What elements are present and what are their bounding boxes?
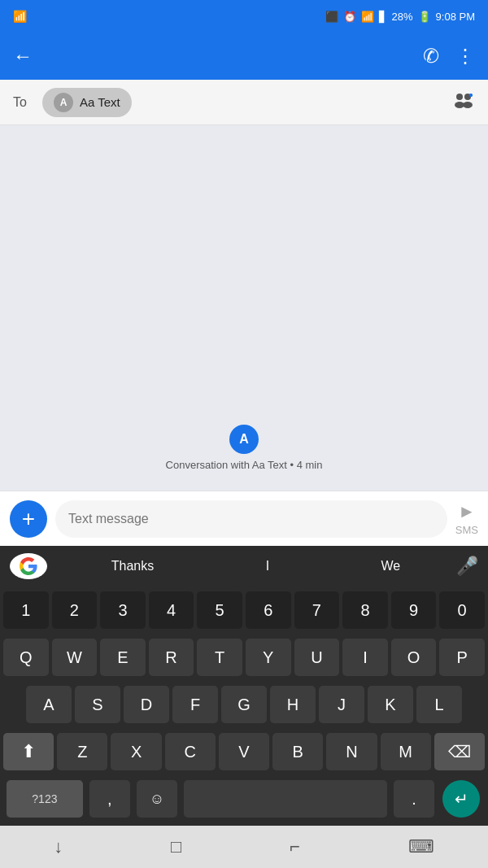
svg-point-0	[456, 94, 463, 100]
key-k[interactable]: K	[368, 686, 413, 723]
key-6[interactable]: 6	[246, 591, 291, 629]
keyboard-qwerty-row: Q W E R T Y U I O P	[0, 634, 488, 681]
conversation-avatar: A	[229, 425, 259, 454]
status-left: 📶	[13, 10, 27, 23]
key-0[interactable]: 0	[439, 591, 485, 629]
nav-back-button[interactable]: ↓	[54, 836, 63, 857]
message-area: A Conversation with Aa Text • 4 min	[0, 125, 488, 491]
conversation-label: Conversation with Aa Text • 4 min	[166, 459, 323, 471]
suggestion-i[interactable]: I	[266, 559, 269, 574]
input-bar: + ► SMS	[0, 491, 488, 546]
to-label: To	[13, 95, 33, 110]
nav-home-button[interactable]: □	[171, 836, 181, 857]
key-e[interactable]: E	[100, 639, 146, 676]
add-attachment-button[interactable]: +	[10, 500, 47, 538]
key-1[interactable]: 1	[3, 591, 49, 629]
key-f[interactable]: F	[172, 686, 218, 723]
key-j[interactable]: J	[319, 686, 364, 723]
google-logo	[10, 553, 47, 579]
status-bar: 📶 ⬛ ⏰ 📶 ▋ 28% 🔋 9:08 PM	[0, 0, 488, 33]
message-input[interactable]	[68, 512, 434, 526]
backspace-key[interactable]: ⌫	[434, 733, 485, 770]
recipient-chip[interactable]: A Aa Text	[42, 88, 132, 117]
key-s[interactable]: S	[75, 686, 120, 723]
key-q[interactable]: Q	[3, 639, 49, 676]
key-y[interactable]: Y	[246, 639, 291, 676]
conversation-info: A Conversation with Aa Text • 4 min	[166, 425, 323, 471]
keyboard-zxcv-row: ⬆ Z X C V B N M ⌫	[0, 728, 488, 775]
alarm-icon: ⏰	[343, 11, 356, 23]
key-4[interactable]: 4	[149, 591, 194, 629]
plus-icon: +	[22, 506, 35, 532]
key-i[interactable]: I	[342, 639, 388, 676]
phone-button[interactable]: ✆	[423, 45, 439, 68]
send-button[interactable]: ► SMS	[455, 501, 478, 536]
battery-text: 28%	[392, 11, 413, 23]
time-display: 9:08 PM	[436, 11, 475, 23]
back-button[interactable]: ←	[13, 45, 33, 68]
key-emoji[interactable]: ☺	[137, 780, 177, 818]
message-input-wrap[interactable]	[55, 500, 447, 538]
key-num-switch[interactable]: ?123	[7, 780, 83, 818]
chip-avatar: A	[54, 93, 73, 112]
key-o[interactable]: O	[391, 639, 437, 676]
shift-key[interactable]: ⬆	[3, 733, 54, 770]
key-c[interactable]: C	[165, 733, 216, 770]
keyboard-asdf-row: A S D F G H J K L	[0, 681, 488, 728]
wifi-calling-icon: 📶	[13, 10, 27, 23]
enter-icon: ↵	[455, 789, 468, 809]
key-2[interactable]: 2	[52, 591, 98, 629]
cast-icon: ⬛	[325, 11, 338, 23]
more-options-button[interactable]: ⋮	[455, 45, 475, 68]
signal-icon: ▋	[379, 11, 387, 23]
keyboard-number-row: 1 2 3 4 5 6 7 8 9 0	[0, 587, 488, 634]
spacebar-key[interactable]: _	[184, 780, 387, 818]
key-g[interactable]: G	[221, 686, 267, 723]
app-bar-left: ←	[13, 45, 33, 68]
key-x[interactable]: X	[111, 733, 161, 770]
nav-recents-button[interactable]: ⌐	[290, 836, 300, 857]
key-8[interactable]: 8	[342, 591, 388, 629]
suggestion-thanks[interactable]: Thanks	[111, 559, 154, 574]
key-comma[interactable]: ,	[89, 780, 130, 818]
keyboard: Thanks I We 🎤 1 2 3 4 5 6 7 8 9 0 Q W E …	[0, 546, 488, 826]
key-d[interactable]: D	[124, 686, 169, 723]
key-u[interactable]: U	[294, 639, 340, 676]
key-3[interactable]: 3	[100, 591, 146, 629]
key-period[interactable]: .	[394, 780, 434, 818]
to-field: To A Aa Text	[0, 80, 488, 125]
suggestion-we[interactable]: We	[381, 559, 401, 574]
key-9[interactable]: 9	[391, 591, 437, 629]
keyboard-bottom-row: ?123 , ☺ _ . ↵	[0, 775, 488, 822]
app-bar: ← ✆ ⋮	[0, 33, 488, 80]
key-l[interactable]: L	[416, 686, 462, 723]
nav-keyboard-button[interactable]: ⌨	[408, 836, 434, 857]
microphone-icon[interactable]: 🎤	[456, 556, 478, 577]
key-r[interactable]: R	[149, 639, 194, 676]
key-m[interactable]: M	[381, 733, 431, 770]
key-w[interactable]: W	[52, 639, 98, 676]
enter-key[interactable]: ↵	[442, 780, 480, 818]
key-p[interactable]: P	[439, 639, 485, 676]
chip-name: Aa Text	[80, 95, 120, 109]
battery-icon: 🔋	[418, 11, 431, 23]
key-h[interactable]: H	[270, 686, 316, 723]
keyboard-suggestions-row: Thanks I We 🎤	[0, 546, 488, 587]
key-b[interactable]: B	[272, 733, 323, 770]
key-5[interactable]: 5	[197, 591, 242, 629]
key-n[interactable]: N	[326, 733, 377, 770]
suggestions-words: Thanks I We	[55, 559, 456, 574]
send-label: SMS	[455, 524, 478, 536]
app-bar-right: ✆ ⋮	[423, 45, 475, 68]
key-a[interactable]: A	[26, 686, 72, 723]
key-t[interactable]: T	[197, 639, 242, 676]
key-7[interactable]: 7	[294, 591, 340, 629]
wifi-icon: 📶	[361, 11, 374, 23]
send-icon: ►	[458, 501, 476, 522]
key-v[interactable]: V	[219, 733, 269, 770]
add-group-button[interactable]	[452, 89, 475, 116]
status-right: ⬛ ⏰ 📶 ▋ 28% 🔋 9:08 PM	[325, 11, 475, 23]
svg-point-3	[463, 102, 473, 108]
key-z[interactable]: Z	[57, 733, 107, 770]
nav-bar: ↓ □ ⌐ ⌨	[0, 826, 488, 868]
